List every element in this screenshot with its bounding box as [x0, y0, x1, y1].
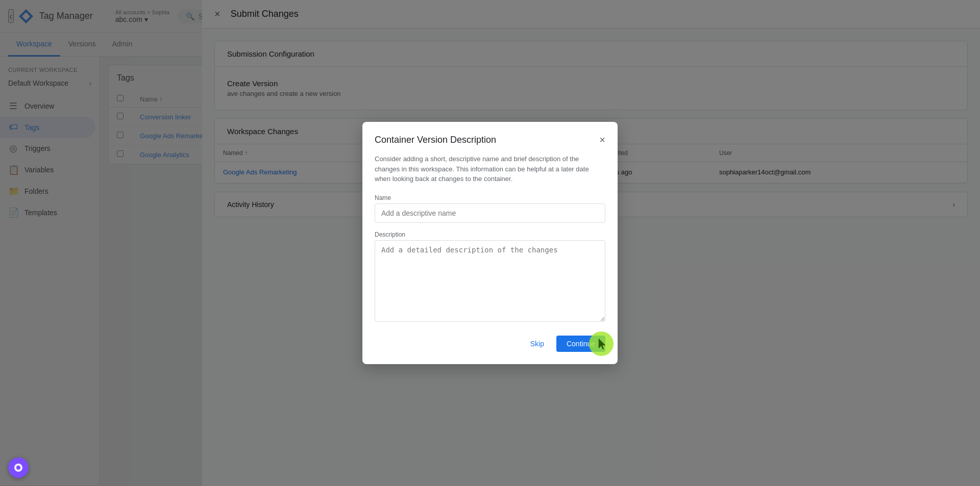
- modal-actions: Skip Continue: [375, 331, 605, 352]
- modal-header: Container Version Description ×: [375, 134, 605, 146]
- description-field-label: Description: [375, 231, 605, 238]
- modal-description: Consider adding a short, descriptive nam…: [375, 154, 605, 184]
- modal-title: Container Version Description: [375, 135, 496, 145]
- name-input[interactable]: [375, 203, 605, 223]
- modal-dialog: Container Version Description × Consider…: [362, 122, 618, 364]
- description-textarea[interactable]: [375, 240, 605, 322]
- svg-point-3: [16, 466, 20, 470]
- bottom-action-button[interactable]: [8, 457, 29, 478]
- name-field-label: Name: [375, 194, 605, 201]
- modal-container: Container Version Description × Consider…: [0, 0, 980, 486]
- modal-close-button[interactable]: ×: [599, 134, 605, 146]
- click-cursor-indicator: [589, 331, 614, 356]
- skip-button[interactable]: Skip: [522, 336, 552, 352]
